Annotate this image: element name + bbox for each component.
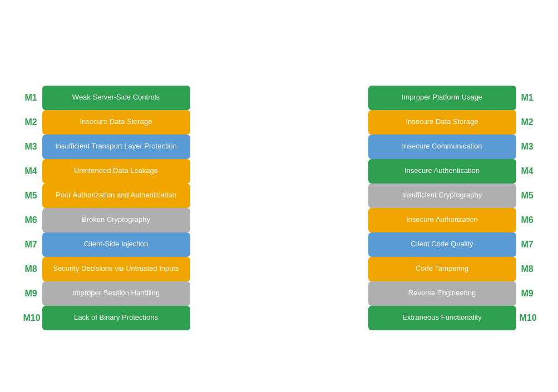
right-header (368, 70, 535, 80)
left-box-4: Poor Authorization and Authentication (42, 183, 190, 208)
right-label-3: M4 (520, 166, 535, 176)
left-label-5: M6 (23, 215, 39, 225)
left-box-6: Client-Side Injection (42, 232, 190, 257)
left-row-1: M2 Insecure Data Storage (23, 110, 190, 135)
left-label-3: M4 (23, 166, 39, 176)
right-box-1: Insecure Data Storage (368, 110, 516, 135)
right-box-5: Insecure Authorization (368, 208, 516, 232)
left-column: M1 Weak Server-Side Controls M2 Insecure… (23, 70, 190, 330)
left-row-2: M3 Insufficient Transport Layer Protecti… (23, 135, 190, 159)
left-box-0: Weak Server-Side Controls (42, 86, 190, 110)
right-label-0: M1 (520, 93, 535, 103)
right-box-3: Insecure Authentication (368, 159, 516, 183)
right-label-2: M3 (520, 142, 535, 152)
right-row-4: M5 Insufficient Cryptography (368, 183, 535, 208)
left-label-9: M10 (23, 313, 39, 323)
left-box-9: Lack of Binary Protections (42, 306, 190, 330)
right-label-7: M8 (520, 264, 535, 274)
left-row-6: M7 Client-Side Injection (23, 232, 190, 257)
right-label-4: M5 (520, 191, 535, 201)
right-column: M1 Improper Platform Usage M2 Insecure D… (368, 70, 535, 330)
right-label-6: M7 (520, 240, 535, 250)
left-label-7: M8 (23, 264, 39, 274)
left-row-9: M10 Lack of Binary Protections (23, 306, 190, 330)
right-box-4: Insufficient Cryptography (368, 183, 516, 208)
left-row-5: M6 Broken Cryptography (23, 208, 190, 232)
right-box-2: Insecure Communication (368, 135, 516, 159)
left-box-2: Insufficient Transport Layer Protection (42, 135, 190, 159)
left-label-8: M9 (23, 289, 39, 299)
right-row-5: M6 Insecure Authorization (368, 208, 535, 232)
right-row-7: M8 Code Tampering (368, 257, 535, 281)
left-label-6: M7 (23, 240, 39, 250)
left-label-4: M5 (23, 191, 39, 201)
left-row-7: M8 Security Decisions via Untrusted Inpu… (23, 257, 190, 281)
right-row-8: M9 Reverse Engineering (368, 281, 535, 306)
right-row-9: M10 Extraneous Functionality (368, 306, 535, 330)
right-label-8: M9 (520, 289, 535, 299)
left-box-1: Insecure Data Storage (42, 110, 190, 135)
right-row-1: M2 Insecure Data Storage (368, 110, 535, 135)
right-box-9: Extraneous Functionality (368, 306, 516, 330)
right-row-6: M7 Client Code Quality (368, 232, 535, 257)
right-label-9: M10 (520, 313, 535, 323)
left-box-8: Improper Session Handling (42, 281, 190, 306)
left-row-3: M4 Unintended Data Leakage (23, 159, 190, 183)
left-label-0: M1 (23, 93, 39, 103)
right-box-0: Improper Platform Usage (368, 86, 516, 110)
right-row-3: M4 Insecure Authentication (368, 159, 535, 183)
right-box-7: Code Tampering (368, 257, 516, 281)
right-label-1: M2 (520, 117, 535, 127)
left-row-0: M1 Weak Server-Side Controls (23, 86, 190, 110)
left-box-3: Unintended Data Leakage (42, 159, 190, 183)
left-row-8: M9 Improper Session Handling (23, 281, 190, 306)
right-row-2: M3 Insecure Communication (368, 135, 535, 159)
columns-wrapper: M1 Weak Server-Side Controls M2 Insecure… (23, 70, 535, 330)
right-row-0: M1 Improper Platform Usage (368, 86, 535, 110)
left-label-2: M3 (23, 142, 39, 152)
left-row-4: M5 Poor Authorization and Authentication (23, 183, 190, 208)
left-label-1: M2 (23, 117, 39, 127)
left-box-5: Broken Cryptography (42, 208, 190, 232)
left-header (23, 70, 190, 80)
right-label-5: M6 (520, 215, 535, 225)
main-container: M1 Weak Server-Side Controls M2 Insecure… (12, 57, 546, 336)
right-box-8: Reverse Engineering (368, 281, 516, 306)
left-box-7: Security Decisions via Untrusted Inputs (42, 257, 190, 281)
right-box-6: Client Code Quality (368, 232, 516, 257)
